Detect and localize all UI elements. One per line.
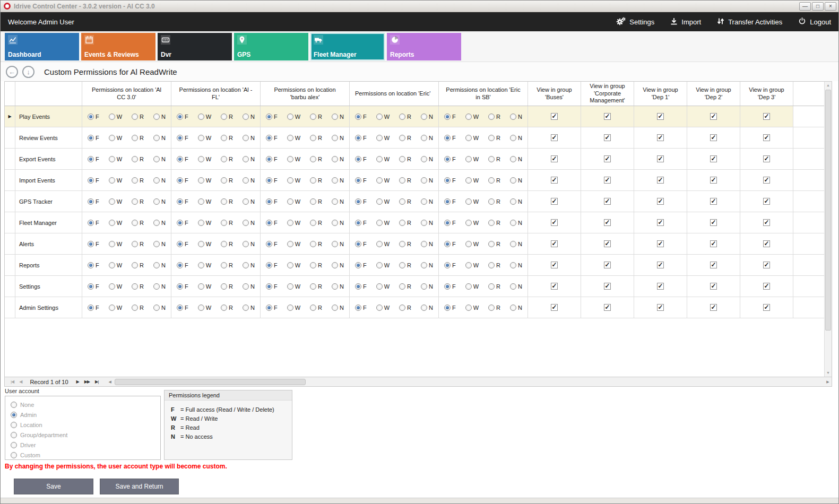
radio-icon[interactable] [287, 114, 293, 120]
permission-radio-r[interactable]: R [221, 114, 233, 120]
permission-radio-w[interactable]: W [198, 262, 211, 268]
user-account-option-admin[interactable]: Admin [11, 410, 155, 420]
radio-icon[interactable] [177, 114, 183, 120]
permission-radio-f[interactable]: F [266, 305, 278, 311]
view-in-group-checkbox[interactable]: ✓ [710, 219, 717, 226]
radio-icon[interactable] [332, 220, 338, 226]
permission-radio-r[interactable]: R [132, 305, 144, 311]
tab-fleet-manager[interactable]: Fleet Manager [310, 33, 385, 60]
grid-row[interactable]: ReportsFWRNFWRNFWRNFWRNFWRN✓✓✓✓✓ [5, 255, 824, 276]
permission-radio-w[interactable]: W [465, 135, 479, 141]
view-in-group-checkbox[interactable]: ✓ [710, 240, 717, 247]
permission-radio-n[interactable]: N [153, 156, 166, 162]
radio-icon[interactable] [510, 305, 516, 311]
permission-radio-f[interactable]: F [355, 114, 367, 120]
radio-icon[interactable] [355, 241, 361, 247]
radio-icon[interactable] [11, 452, 17, 458]
grid-row[interactable]: AlertsFWRNFWRNFWRNFWRNFWRN✓✓✓✓✓ [5, 233, 824, 255]
permission-radio-n[interactable]: N [243, 114, 255, 120]
tab-reports[interactable]: Reports [387, 33, 461, 60]
view-in-group-checkbox[interactable]: ✓ [710, 198, 717, 205]
radio-icon[interactable] [465, 283, 472, 290]
permission-radio-r[interactable]: R [399, 177, 411, 184]
permission-radio-w[interactable]: W [109, 135, 122, 141]
permission-radio-w[interactable]: W [198, 114, 211, 120]
view-in-group-checkbox[interactable]: ✓ [763, 155, 770, 162]
permission-radio-w[interactable]: W [287, 283, 300, 290]
grid-row[interactable]: SettingsFWRNFWRNFWRNFWRNFWRN✓✓✓✓✓ [5, 276, 824, 297]
radio-icon[interactable] [88, 135, 94, 141]
radio-icon[interactable] [177, 156, 183, 162]
radio-icon[interactable] [421, 241, 427, 247]
permission-radio-r[interactable]: R [221, 283, 233, 290]
permission-radio-f[interactable]: F [266, 198, 278, 205]
radio-icon[interactable] [266, 241, 272, 247]
vertical-scrollbar[interactable]: ▲ ▼ [824, 82, 832, 377]
permission-radio-r[interactable]: R [399, 305, 411, 311]
column-header[interactable]: Permissions on location 'Al - FL' [171, 82, 261, 106]
horizontal-scroll-thumb[interactable] [115, 379, 306, 385]
permission-radio-r[interactable]: R [488, 262, 500, 268]
radio-icon[interactable] [399, 241, 405, 247]
permission-radio-w[interactable]: W [198, 135, 211, 141]
permission-radio-f[interactable]: F [266, 241, 278, 247]
view-in-group-checkbox[interactable]: ✓ [604, 219, 611, 226]
view-in-group-checkbox[interactable]: ✓ [657, 198, 664, 205]
permission-radio-r[interactable]: R [221, 305, 233, 311]
radio-icon[interactable] [287, 305, 293, 311]
radio-icon[interactable] [376, 135, 383, 141]
radio-icon[interactable] [310, 198, 316, 205]
radio-icon[interactable] [332, 262, 338, 268]
radio-icon[interactable] [465, 220, 472, 226]
radio-icon[interactable] [310, 135, 316, 141]
permission-radio-f[interactable]: F [355, 305, 367, 311]
radio-icon[interactable] [444, 198, 451, 205]
radio-icon[interactable] [88, 305, 94, 311]
permission-radio-r[interactable]: R [310, 241, 322, 247]
radio-icon[interactable] [510, 262, 516, 268]
radio-icon[interactable] [488, 220, 495, 226]
permission-radio-f[interactable]: F [444, 198, 456, 205]
permission-radio-r[interactable]: R [399, 241, 411, 247]
column-header[interactable]: View in group 'Dep 3' [740, 82, 793, 106]
permission-radio-r[interactable]: R [310, 262, 322, 268]
permission-radio-w[interactable]: W [287, 177, 300, 184]
scroll-right-icon[interactable]: ▶ [824, 379, 832, 385]
fast-forward-button[interactable]: ▶▶ [82, 379, 92, 384]
user-account-option-location[interactable]: Location [11, 420, 155, 430]
radio-icon[interactable] [132, 262, 138, 268]
radio-icon[interactable] [88, 177, 94, 184]
radio-icon[interactable] [376, 114, 383, 120]
radio-icon[interactable] [355, 262, 361, 268]
radio-icon[interactable] [266, 220, 272, 226]
radio-icon[interactable] [355, 198, 361, 205]
previous-record-button[interactable]: ◀ [16, 379, 24, 384]
permission-radio-f[interactable]: F [88, 114, 99, 120]
radio-icon[interactable] [132, 305, 138, 311]
radio-icon[interactable] [11, 432, 17, 438]
radio-icon[interactable] [243, 241, 249, 247]
radio-icon[interactable] [109, 220, 115, 226]
vertical-scroll-thumb[interactable] [825, 90, 831, 331]
radio-icon[interactable] [153, 220, 160, 226]
radio-icon[interactable] [310, 283, 316, 290]
radio-icon[interactable] [109, 198, 115, 205]
permission-radio-w[interactable]: W [287, 198, 300, 205]
radio-icon[interactable] [153, 283, 160, 290]
radio-icon[interactable] [421, 220, 427, 226]
permission-radio-f[interactable]: F [88, 262, 99, 268]
permission-radio-f[interactable]: F [177, 305, 188, 311]
permission-radio-r[interactable]: R [132, 220, 144, 226]
radio-icon[interactable] [287, 262, 293, 268]
permission-radio-f[interactable]: F [355, 198, 367, 205]
radio-icon[interactable] [266, 283, 272, 290]
view-in-group-checkbox[interactable]: ✓ [604, 304, 611, 311]
radio-icon[interactable] [444, 283, 451, 290]
permission-radio-r[interactable]: R [488, 114, 500, 120]
radio-icon[interactable] [287, 220, 293, 226]
permission-radio-n[interactable]: N [153, 305, 166, 311]
permission-radio-w[interactable]: W [376, 156, 390, 162]
permission-radio-f[interactable]: F [266, 262, 278, 268]
view-in-group-checkbox[interactable]: ✓ [763, 177, 770, 184]
permission-radio-n[interactable]: N [243, 262, 255, 268]
